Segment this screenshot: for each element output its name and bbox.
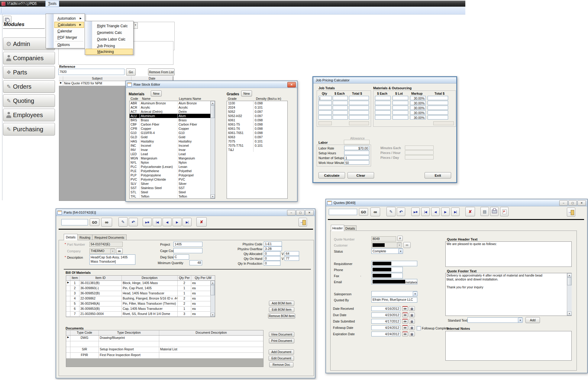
last-record-button[interactable] <box>451 208 460 216</box>
list-item[interactable]: INC Inconel Inconel <box>130 143 211 148</box>
quotes-titlebar[interactable]: Quotes [8049] – ▢ ✕ <box>326 199 587 206</box>
list-item[interactable]: 6061-T5 0.098 <box>227 122 287 126</box>
app-titlebar[interactable]: MachineShopPOS <box>0 1 465 7</box>
date-input[interactable]: 4/17/2012 <box>371 319 400 324</box>
tab-required-documents[interactable]: Required Documents <box>92 234 127 241</box>
date-input[interactable]: 4/24/2012 <box>371 325 400 330</box>
calendar-button[interactable] <box>409 306 415 311</box>
list-item[interactable]: CPR Copper Copper <box>130 126 211 131</box>
each-input[interactable] <box>333 106 348 110</box>
menu-item-quote-labor-calc[interactable]: Quote Labor Calc <box>94 36 133 42</box>
markup-input[interactable]: 30.00% <box>410 101 426 105</box>
each-input[interactable] <box>333 110 348 115</box>
clear-button[interactable]: Clear <box>347 172 374 179</box>
lot-input[interactable] <box>393 106 408 110</box>
table-row[interactable]: 7 21-002850-0004 Rivet, SS, Round 1/8 H … <box>66 312 211 317</box>
markup-input[interactable]: 30.00% <box>410 115 426 120</box>
first-record-button[interactable] <box>153 218 162 226</box>
sidebar-item[interactable]: Companies <box>3 52 55 64</box>
bom-scrollbar[interactable]: ▲ ▼ <box>210 281 215 317</box>
scroll-down-icon[interactable]: ▼ <box>211 195 215 198</box>
delete-record-button[interactable] <box>196 217 207 227</box>
edit-bom-item-button[interactable]: Edit BOM Item <box>269 307 294 312</box>
go-button[interactable]: GO <box>90 218 99 226</box>
row-selector-icon[interactable] <box>66 291 70 296</box>
table-row[interactable]: FPIR First Piece Inspection Report <box>66 353 263 359</box>
qty-on-hand-input[interactable]: 0 <box>264 256 280 261</box>
item-id-column-header[interactable]: Item ID <box>79 276 122 280</box>
edit-document-button[interactable]: Edit Document <box>269 356 294 361</box>
menu-item-geometric-calc[interactable]: Geometric Calc <box>94 30 133 36</box>
table-row[interactable] <box>66 341 263 347</box>
row-selector-icon[interactable]: ▶ <box>59 81 63 86</box>
list-item[interactable]: 2024 0.101 <box>227 105 287 110</box>
description-column-header[interactable]: Description <box>122 276 178 280</box>
total-input[interactable] <box>428 115 448 120</box>
date-stamp-button[interactable]: 09 <box>402 325 408 330</box>
qty-allocated-2-input[interactable]: 64 <box>285 251 299 256</box>
work-hour-minutes-input[interactable]: 50 <box>344 160 369 165</box>
scroll-down-icon[interactable]: ▼ <box>567 312 572 316</box>
row-selector-icon[interactable] <box>66 306 70 311</box>
list-item[interactable]: 6061-T6 0.098 <box>227 126 287 131</box>
total-input[interactable] <box>428 96 448 100</box>
list-item[interactable]: INV Invar Invar <box>130 148 211 152</box>
physinv-overflow-input[interactable]: 3-2B <box>264 246 282 251</box>
list-item[interactable]: STL Steel Steel <box>130 190 211 194</box>
phone-input[interactable] <box>371 267 403 272</box>
list-item[interactable]: PLC Polycarbonate (Lexan) Lexan <box>130 165 211 169</box>
row-selector-icon[interactable] <box>66 353 70 358</box>
scroll-down-icon[interactable]: ▼ <box>211 313 215 317</box>
search-input[interactable] <box>329 209 357 215</box>
each-input[interactable] <box>333 115 348 120</box>
list-item[interactable]: LED Lead Lead <box>130 152 211 156</box>
list-item[interactable]: CBF Carbon Fiber Carbon Fiber <box>130 122 211 126</box>
find-button[interactable] <box>101 218 112 227</box>
num-setups-input[interactable]: 1 <box>344 156 369 160</box>
email-input[interactable]: metalworkers. <box>371 279 417 284</box>
close-button[interactable]: ✕ <box>287 82 296 87</box>
close-form-button[interactable] <box>567 208 575 217</box>
table-row[interactable]: ▶ DWG Drawing/Blueprint <box>66 336 263 341</box>
go-button[interactable]: GO <box>359 208 368 216</box>
customer-find-button[interactable] <box>403 242 411 248</box>
list-item[interactable]: 7075-T751 0.101 <box>227 143 287 148</box>
list-item[interactable]: 1100 0.098 <box>227 101 287 105</box>
list-item[interactable]: 6063 0.097 <box>227 135 287 139</box>
menu-file[interactable]: File <box>3 1 14 7</box>
markup-input[interactable]: 30.00% <box>410 110 426 115</box>
followup-complete-checkbox[interactable] <box>417 326 421 330</box>
last-record-button[interactable] <box>183 218 192 226</box>
list-item[interactable]: ALU Aluminum Alum <box>130 114 211 118</box>
qty-input[interactable] <box>318 115 332 120</box>
row-selector-icon[interactable]: ▶ <box>66 336 70 341</box>
tab-details[interactable]: Details <box>64 234 78 240</box>
project-input[interactable]: 1405 <box>173 242 202 247</box>
new-grade-button[interactable]: New <box>241 90 252 97</box>
table-row[interactable]: 3 36-009852(B) Head, 1405 Mass Transduce… <box>66 291 211 296</box>
type-description-column-header[interactable]: Type Description <box>99 330 159 335</box>
list-item[interactable]: PLE Polyethelene Polyethel <box>130 169 211 173</box>
list-item[interactable]: SLV Silver Silver <box>130 182 211 186</box>
each-input[interactable] <box>375 115 391 120</box>
date-stamp-button[interactable]: 09 <box>402 319 408 324</box>
job-calc-titlebar[interactable]: Job Pricing Calculator <box>313 77 456 84</box>
lot-input[interactable] <box>393 110 408 115</box>
table-row[interactable]: 4 22-009862 Bushing, Flanged, Bronze 5/1… <box>66 296 211 301</box>
row-selector-icon[interactable]: ▶ <box>66 281 70 286</box>
qty-on-hand-2-input[interactable]: 77 <box>285 256 299 261</box>
menu-item-machining[interactable]: Machining <box>86 49 133 55</box>
add-bom-item-button[interactable]: Add BOM Item <box>269 301 294 306</box>
scroll-up-icon[interactable]: ▲ <box>567 273 572 277</box>
total-input[interactable] <box>428 110 448 115</box>
calendar-button[interactable] <box>409 332 415 336</box>
list-item[interactable]: T&J <box>227 148 287 152</box>
sidebar-item[interactable]: Purchasing <box>3 123 55 136</box>
qty-per-column-header[interactable]: Qty Per <box>178 276 191 280</box>
qty-per-um-column-header[interactable]: Qty Per UM <box>191 276 215 280</box>
quote-footer-text-input[interactable]: Delivery is approximately 4 after receip… <box>445 273 572 316</box>
scroll-up-icon[interactable]: ▲ <box>211 101 215 105</box>
subject-column-header[interactable]: Subject <box>63 76 131 81</box>
sidebar-item[interactable]: Employees <box>3 109 55 121</box>
menu-item-options[interactable]: Options <box>54 42 84 48</box>
